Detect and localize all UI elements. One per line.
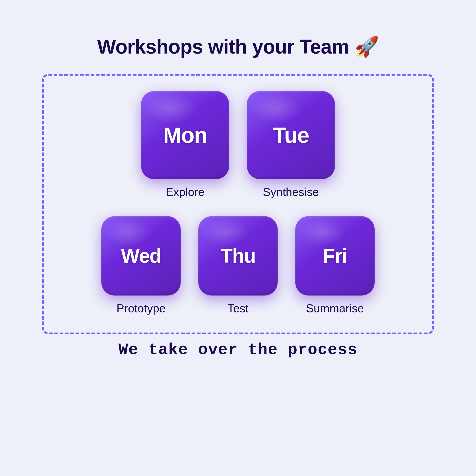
day-name-thu: Test: [227, 302, 248, 315]
day-item-thu: Thu Test: [198, 216, 278, 315]
day-name-mon: Explore: [166, 185, 204, 199]
day-card-fri[interactable]: Fri: [295, 216, 375, 295]
main-container: Workshops with your Team 🚀 Mon Explore T…: [29, 18, 447, 458]
day-card-wed[interactable]: Wed: [101, 216, 181, 295]
day-label-thu: Thu: [221, 245, 256, 267]
row-1: Mon Explore Tue Synthesise: [141, 91, 335, 199]
dashed-border-container: Mon Explore Tue Synthesise Wed Prototype: [42, 74, 434, 334]
day-name-fri: Summarise: [306, 302, 364, 315]
day-card-tue[interactable]: Tue: [247, 91, 335, 179]
day-name-tue: Synthesise: [263, 185, 319, 199]
day-item-mon: Mon Explore: [141, 91, 229, 199]
row-2: Wed Prototype Thu Test Fri Summarise: [101, 216, 375, 315]
day-card-mon[interactable]: Mon: [141, 91, 229, 179]
day-item-fri: Fri Summarise: [295, 216, 375, 315]
day-name-wed: Prototype: [117, 302, 166, 315]
day-label-fri: Fri: [323, 245, 347, 267]
day-item-wed: Wed Prototype: [101, 216, 181, 315]
page-title: Workshops with your Team 🚀: [97, 35, 379, 58]
day-card-thu[interactable]: Thu: [198, 216, 278, 295]
day-item-tue: Tue Synthesise: [247, 91, 335, 199]
day-label-tue: Tue: [273, 122, 309, 148]
day-label-mon: Mon: [163, 122, 207, 148]
bottom-text: We take over the process: [119, 341, 358, 359]
day-label-wed: Wed: [121, 245, 161, 267]
rocket-emoji: 🚀: [354, 36, 379, 58]
